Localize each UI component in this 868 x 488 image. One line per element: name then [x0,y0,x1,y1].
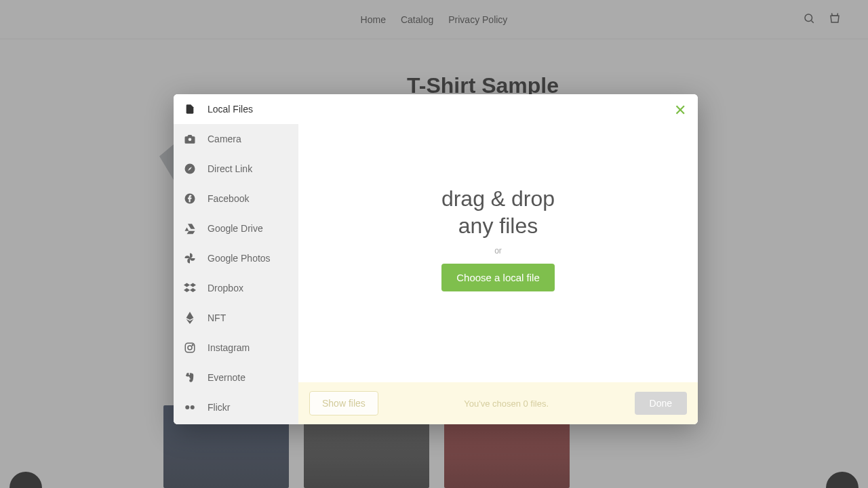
svg-point-9 [185,405,189,409]
close-icon[interactable]: ✕ [671,101,690,120]
sidebar-item-label: Flickr [208,402,230,413]
sidebar-item-label: Facebook [208,193,249,204]
gphotos-icon [183,251,197,265]
evernote-icon [183,371,197,384]
sidebar-item-label: Google Drive [208,223,263,234]
sidebar-item-label: Google Photos [208,253,271,264]
page-root: Home Catalog Privacy Policy T-Shirt Samp… [0,0,868,488]
choose-file-button[interactable]: Choose a local file [441,264,555,291]
instagram-icon [183,341,197,354]
sidebar-item-flickr[interactable]: Flickr [174,392,298,422]
sidebar-item-label: Direct Link [208,163,252,174]
or-text: or [494,246,502,256]
sidebar-item-label: Local Files [208,104,253,115]
drop-text: drag & drop any files [441,185,555,239]
sidebar-item-label: Camera [208,134,241,144]
compass-icon [183,162,197,176]
svg-point-10 [191,405,195,409]
upload-footer: Show files You've chosen 0 files. Done [298,382,698,424]
sidebar-item-camera[interactable]: Camera [174,124,298,154]
dropbox-icon [183,281,197,295]
camera-icon [183,132,197,146]
sidebar-item-nft[interactable]: NFT [174,303,298,333]
sidebar-item-label: Dropbox [208,283,243,293]
sidebar-item-facebook[interactable]: Facebook [174,184,298,214]
sidebar-item-direct-link[interactable]: Direct Link [174,154,298,184]
sidebar-item-label: Evernote [208,372,245,383]
sidebar-item-instagram[interactable]: Instagram [174,333,298,363]
drop-line-1: drag & drop [441,185,555,212]
nft-icon [183,311,197,325]
sidebar-item-google-drive[interactable]: Google Drive [174,214,298,243]
sidebar-item-evernote[interactable]: Evernote [174,363,298,392]
sidebar-item-label: NFT [208,312,226,323]
facebook-icon [183,192,197,205]
svg-point-7 [188,346,192,350]
drop-line-2: any files [441,212,555,239]
done-button[interactable]: Done [635,392,687,415]
sidebar-rest: Camera Direct Link Facebook [174,124,298,424]
svg-point-2 [189,138,192,142]
file-icon [183,102,197,116]
sidebar-item-google-photos[interactable]: Google Photos [174,243,298,273]
drop-area[interactable]: drag & drop any files or Choose a local … [298,94,698,382]
sidebar-item-label: Instagram [208,342,250,353]
gdrive-icon [183,222,197,235]
upload-sidebar: Local Files Camera Direct Link [174,94,298,424]
upload-modal: Local Files Camera Direct Link [174,94,698,424]
sidebar-item-dropbox[interactable]: Dropbox [174,273,298,303]
flickr-icon [183,401,197,414]
chosen-files-text: You've chosen 0 files. [387,399,627,409]
upload-main: ✕ drag & drop any files or Choose a loca… [298,94,698,424]
sidebar-item-local-files[interactable]: Local Files [174,94,298,124]
show-files-button[interactable]: Show files [309,391,378,415]
svg-point-8 [192,344,193,346]
